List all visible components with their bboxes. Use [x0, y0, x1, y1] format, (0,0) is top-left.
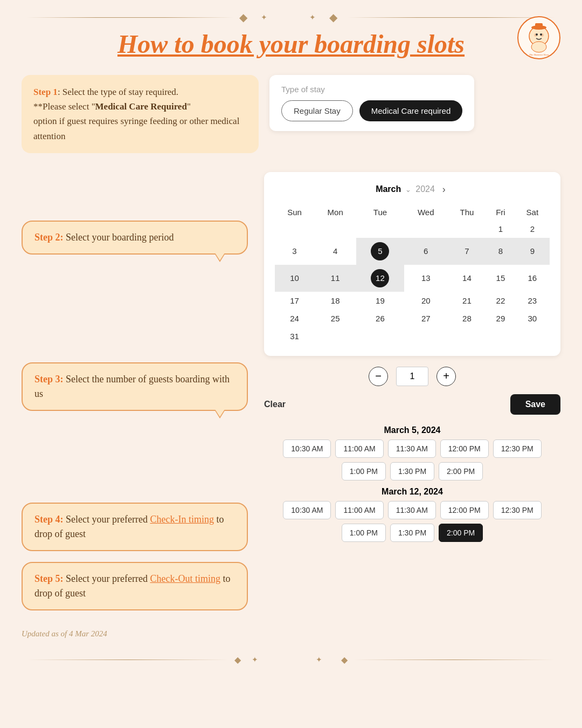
- calendar-day[interactable]: 31: [275, 327, 314, 345]
- calendar-day: [448, 327, 486, 345]
- calendar-day: [404, 327, 448, 345]
- calendar-day[interactable]: 16: [515, 265, 550, 292]
- step1-section: Step 1: Select the type of stay required…: [22, 75, 560, 153]
- calendar-day[interactable]: 22: [486, 292, 515, 310]
- calendar-day[interactable]: 29: [486, 310, 515, 327]
- top-divider: ◆ ✦ ✦ ◆: [22, 11, 560, 24]
- calendar-day[interactable]: 21: [448, 292, 486, 310]
- day-header-mon: Mon: [314, 204, 356, 220]
- calendar-month: March: [376, 184, 401, 194]
- decrement-button[interactable]: −: [369, 367, 388, 386]
- checkin-slot-button[interactable]: 12:00 PM: [440, 439, 489, 458]
- calendar-day[interactable]: 6: [404, 238, 448, 265]
- checkout-slot-button[interactable]: 1:30 PM: [390, 524, 434, 542]
- calendar-day[interactable]: 8: [486, 238, 515, 265]
- save-button[interactable]: Save: [510, 394, 560, 415]
- calendar-day: [314, 327, 356, 345]
- type-of-stay-widget: Type of stay Regular Stay Medical Care r…: [269, 75, 474, 131]
- calendar-day[interactable]: 28: [448, 310, 486, 327]
- calendar-day[interactable]: 25: [314, 310, 356, 327]
- calendar-day[interactable]: 4: [314, 238, 356, 265]
- steps-column: Step 2: Select your boarding period Step…: [22, 172, 248, 621]
- calendar-day[interactable]: 24: [275, 310, 314, 327]
- calendar-day[interactable]: 7: [448, 238, 486, 265]
- step1-text: : Select the type of stay required.: [58, 87, 178, 97]
- step3-text: Select the number of guests boarding wit…: [34, 374, 230, 399]
- checkin-slots: 10:30 AM11:00 AM11:30 AM12:00 PM12:30 PM…: [264, 439, 560, 480]
- step1-description: Step 1: Select the type of stay required…: [22, 75, 259, 153]
- calendar-day[interactable]: 18: [314, 292, 356, 310]
- checkin-slot-button[interactable]: 1:30 PM: [390, 462, 434, 480]
- step3-bubble: Step 3: Select the number of guests boar…: [22, 362, 248, 411]
- checkout-slot-button[interactable]: 10:30 AM: [283, 501, 331, 519]
- checkout-slot-button[interactable]: 12:00 PM: [440, 501, 489, 519]
- calendar-day[interactable]: 30: [515, 310, 550, 327]
- stay-button-group: Regular Stay Medical Care required: [281, 100, 462, 121]
- calendar-day[interactable]: 9: [515, 238, 550, 265]
- calendar-day[interactable]: 20: [404, 292, 448, 310]
- checkin-slot-button[interactable]: 11:30 AM: [388, 439, 436, 458]
- checkin-slot-button[interactable]: 11:00 AM: [335, 439, 383, 458]
- calendar-day: [515, 327, 550, 345]
- checkout-slot-button[interactable]: 11:30 AM: [388, 501, 436, 519]
- checkin-section: March 5, 2024 10:30 AM11:00 AM11:30 AM12…: [264, 425, 560, 480]
- page-title: How to book your boarding slots: [22, 29, 560, 59]
- step4-text: Select your preferred: [64, 514, 150, 525]
- step2-label: Step 2:: [34, 232, 64, 243]
- calendar-day: [356, 327, 404, 345]
- checkout-title: March 12, 2024: [264, 487, 560, 497]
- checkout-slot-button[interactable]: 11:00 AM: [335, 501, 383, 519]
- checkin-slot-button[interactable]: 2:00 PM: [439, 462, 483, 480]
- regular-stay-button[interactable]: Regular Stay: [281, 100, 353, 121]
- day-header-sat: Sat: [515, 204, 550, 220]
- calendar-days-header: Sun Mon Tue Wed Thu Fri Sat: [275, 204, 550, 220]
- calendar-grid: Sun Mon Tue Wed Thu Fri Sat 123456789101…: [275, 204, 550, 345]
- calendar-day[interactable]: 5: [356, 238, 404, 265]
- calendar-day[interactable]: 12: [356, 265, 404, 292]
- calendar-day: [448, 220, 486, 238]
- medical-care-button[interactable]: Medical Care required: [359, 100, 463, 121]
- checkout-section: March 12, 2024 10:30 AM11:00 AM11:30 AM1…: [264, 487, 560, 542]
- guest-count-input[interactable]: [396, 367, 428, 386]
- checkout-slot-button[interactable]: 12:30 PM: [493, 501, 542, 519]
- calendar-day[interactable]: 10: [275, 265, 314, 292]
- checkin-slot-button[interactable]: 1:00 PM: [342, 462, 386, 480]
- calendar-day[interactable]: 19: [356, 292, 404, 310]
- calendar-day[interactable]: 1: [486, 220, 515, 238]
- calendar: March ⌄ 2024 › Sun Mon Tue Wed Thu Fri: [264, 172, 560, 356]
- step5-link: Check-Out timing: [150, 573, 220, 584]
- checkout-slots: 10:30 AM11:00 AM11:30 AM12:00 PM12:30 PM…: [264, 501, 560, 542]
- calendar-next-button[interactable]: ›: [439, 183, 449, 196]
- guest-counter: − +: [264, 367, 560, 386]
- calendar-day[interactable]: 23: [515, 292, 550, 310]
- checkin-slot-button[interactable]: 12:30 PM: [493, 439, 542, 458]
- updated-text: Updated as of 4 Mar 2024: [22, 629, 560, 638]
- step1-medical-bold: Medical Care Required: [95, 101, 187, 112]
- calendar-day[interactable]: 13: [404, 265, 448, 292]
- checkout-slot-button[interactable]: 1:00 PM: [342, 524, 386, 542]
- step5-text: Select your preferred: [64, 573, 150, 584]
- clear-button[interactable]: Clear: [264, 400, 286, 409]
- calendar-day[interactable]: 26: [356, 310, 404, 327]
- calendar-day[interactable]: 2: [515, 220, 550, 238]
- step2-bubble: Step 2: Select your boarding period: [22, 221, 248, 255]
- calendar-day: [275, 220, 314, 238]
- step4-link: Check-In timing: [150, 514, 213, 525]
- calendar-header: March ⌄ 2024 ›: [275, 183, 550, 196]
- calendar-day[interactable]: 27: [404, 310, 448, 327]
- type-of-stay-label: Type of stay: [281, 85, 462, 94]
- calendar-day[interactable]: 11: [314, 265, 356, 292]
- calendar-day[interactable]: 3: [275, 238, 314, 265]
- calendar-day[interactable]: 14: [448, 265, 486, 292]
- step4-bubble: Step 4: Select your preferred Check-In t…: [22, 503, 248, 551]
- checkin-slot-button[interactable]: 10:30 AM: [283, 439, 331, 458]
- increment-button[interactable]: +: [436, 367, 456, 386]
- calendar-day[interactable]: 15: [486, 265, 515, 292]
- month-dropdown-icon[interactable]: ⌄: [405, 186, 411, 194]
- step2-text: Select your boarding period: [64, 232, 174, 243]
- calendar-day[interactable]: 17: [275, 292, 314, 310]
- checkout-slot-button[interactable]: 2:00 PM: [439, 524, 483, 542]
- step1-subtext: option if guest requires syringe feeding…: [33, 116, 239, 141]
- svg-point-6: [540, 33, 542, 36]
- svg-point-5: [536, 33, 538, 36]
